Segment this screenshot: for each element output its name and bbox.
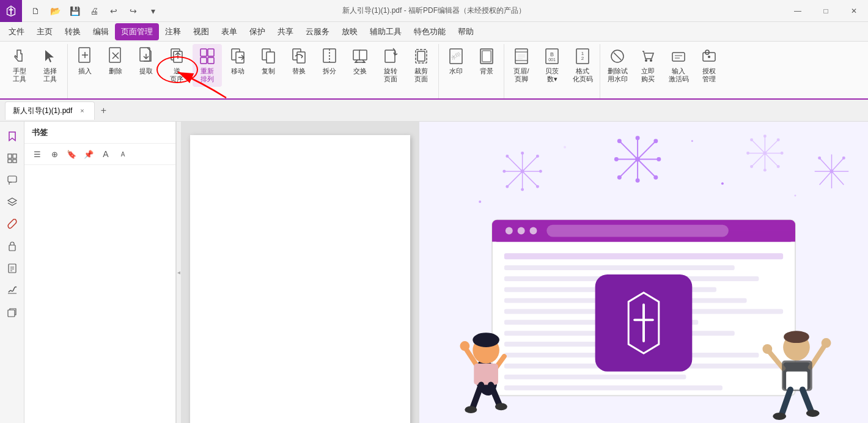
svg-point-139 [518, 227, 525, 235]
comment-panel-btn[interactable] [2, 171, 22, 190]
close-btn[interactable]: ✕ [840, 0, 868, 22]
file-tab[interactable]: 新人引导(1)(1).pdf × [5, 101, 95, 120]
enter-activation-label: 输入激活码 [669, 67, 689, 83]
delete-trial-watermark-btn[interactable]: 删除试用水印 [603, 44, 632, 87]
menu-item-annotation[interactable]: 注释 [159, 23, 187, 40]
menu-item-edit[interactable]: 编辑 [87, 23, 115, 40]
svg-point-98 [636, 136, 640, 140]
move-page-btn[interactable]: 移动 [223, 44, 252, 87]
bates-btn[interactable]: B001 贝茨数▾ [537, 44, 567, 87]
svg-point-117 [781, 152, 784, 155]
redo-btn[interactable]: ↪ [125, 3, 142, 19]
svg-point-94 [617, 139, 622, 143]
sidebar-text-larger-btn[interactable]: A [98, 146, 114, 162]
sidebar-add-bookmark-btn[interactable]: ⊕ [46, 146, 62, 162]
crop-page-btn[interactable]: 裁剪页面 [406, 44, 436, 87]
buy-now-btn[interactable]: 立即购买 [633, 44, 663, 87]
save-btn[interactable]: 💾 [66, 3, 83, 19]
undo-btn[interactable]: ↩ [105, 3, 122, 19]
svg-rect-61 [9, 264, 16, 273]
extract-page-btn[interactable]: 提取 [131, 44, 161, 87]
page-thumbnail-btn[interactable] [2, 149, 22, 168]
toolbar-group-items-watermark: 水印 水印 背景 [441, 44, 501, 98]
svg-rect-33 [515, 49, 528, 64]
toolbar-group-watermark: 水印 水印 背景 [439, 44, 504, 98]
svg-rect-13 [208, 57, 214, 64]
select-tool-btn[interactable]: 选择工具 [35, 44, 65, 87]
svg-point-78 [536, 155, 539, 158]
menu-item-present[interactable]: 放映 [336, 23, 364, 40]
svg-point-96 [617, 175, 622, 180]
menu-item-home[interactable]: 主页 [31, 23, 59, 40]
menu-item-pagemanage[interactable]: 页面管理 [115, 23, 159, 40]
menu-item-file[interactable]: 文件 [2, 23, 31, 40]
sidebar-list-view-btn[interactable]: ☰ [29, 146, 45, 162]
svg-rect-12 [200, 57, 207, 64]
print-btn[interactable]: 🖨 [86, 3, 103, 19]
reverse-page-btn[interactable]: 逆页序 [162, 44, 191, 87]
toolbar-group-items-auth: 删除试用水印 立即购买 输入激活码 授权管理 [603, 44, 724, 98]
svg-point-111 [750, 138, 753, 141]
split-page-btn[interactable]: 拆分 [315, 44, 344, 87]
bookmark-panel-btn[interactable] [2, 127, 22, 146]
rotate-page-btn[interactable]: 旋转页面 [376, 44, 405, 87]
auth-mgr-btn[interactable]: 授权管理 [694, 44, 724, 87]
title-text: 新人引导(1)(1).pdf - 福昕PDF编辑器（未经授权的产品） [342, 6, 526, 16]
tab-close-btn[interactable]: × [77, 106, 87, 116]
copy-page-icon [259, 46, 278, 66]
menu-item-cloud[interactable]: 云服务 [300, 23, 336, 40]
sidebar-splitter[interactable] [176, 122, 181, 423]
svg-rect-55 [8, 154, 12, 158]
menu-item-view[interactable]: 视图 [187, 23, 215, 40]
swap-page-btn[interactable]: 交换 [345, 44, 375, 87]
menu-item-protect[interactable]: 保护 [243, 23, 271, 40]
svg-point-83 [539, 170, 542, 173]
svg-line-46 [614, 53, 621, 60]
menu-item-form[interactable]: 表单 [215, 23, 243, 40]
app-logo [0, 0, 22, 22]
sidebar-text-smaller-btn[interactable]: A [115, 146, 131, 162]
menu-item-accessibility[interactable]: 辅助工具 [364, 23, 408, 40]
sidebar: 书签 ☰ ⊕ 🔖 📌 A A [24, 122, 176, 423]
enter-activation-btn[interactable]: 输入激活码 [664, 44, 693, 87]
delete-trial-label: 删除试用水印 [608, 67, 628, 83]
open-file-btn[interactable]: 📂 [46, 3, 64, 19]
svg-point-79 [506, 185, 509, 188]
layers-panel-btn[interactable] [2, 193, 22, 212]
sign-panel-btn[interactable] [2, 281, 22, 300]
delete-page-btn[interactable]: 删除 [101, 44, 130, 87]
security-panel-btn[interactable] [2, 237, 22, 256]
insert-page-btn[interactable]: 插入 [70, 44, 100, 87]
hand-tool-btn[interactable]: 手型工具 [5, 44, 34, 87]
sidebar-pin-btn[interactable]: 📌 [81, 146, 97, 162]
headerfooter-btn[interactable]: 页眉/页脚 [507, 44, 536, 87]
attach-panel-btn[interactable] [2, 215, 22, 234]
background-btn[interactable]: 背景 [472, 44, 501, 87]
menu-item-features[interactable]: 特色功能 [408, 23, 452, 40]
hand-tool-label: 手型工具 [13, 67, 26, 83]
menu-item-share[interactable]: 共享 [271, 23, 300, 40]
copy2-panel-btn[interactable] [2, 303, 22, 322]
copy-page-btn[interactable]: 复制 [254, 44, 283, 87]
buy-now-icon [638, 46, 658, 66]
menu-item-help[interactable]: 帮助 [452, 23, 480, 40]
menu-item-convert[interactable]: 转换 [59, 23, 87, 40]
watermark-btn[interactable]: 水印 水印 [441, 44, 471, 87]
tab-add-btn[interactable]: + [96, 103, 111, 118]
toolbar-group-auth: 删除试用水印 立即购买 输入激活码 授权管理 [600, 44, 726, 98]
new-file-btn[interactable]: 🗋 [27, 3, 44, 19]
svg-rect-57 [8, 160, 12, 163]
minimize-btn[interactable]: — [784, 0, 812, 22]
sidebar-bookmark-btn2[interactable]: 🔖 [64, 146, 79, 162]
bates-label: 贝茨数▾ [545, 67, 559, 83]
svg-rect-26 [385, 50, 395, 62]
tabbar: 新人引导(1)(1).pdf × + [0, 100, 868, 122]
docinfo-panel-btn[interactable] [2, 259, 22, 278]
replace-page-btn[interactable]: 替换 [284, 44, 314, 87]
reorder-page-btn[interactable]: 重新排列 [193, 44, 222, 87]
svg-point-80 [536, 185, 539, 188]
formatpage-btn[interactable]: 12 格式化页码 [568, 44, 597, 87]
more-btn[interactable]: ▾ [144, 3, 161, 19]
svg-rect-66 [8, 310, 15, 317]
maximize-btn[interactable]: □ [812, 0, 840, 22]
